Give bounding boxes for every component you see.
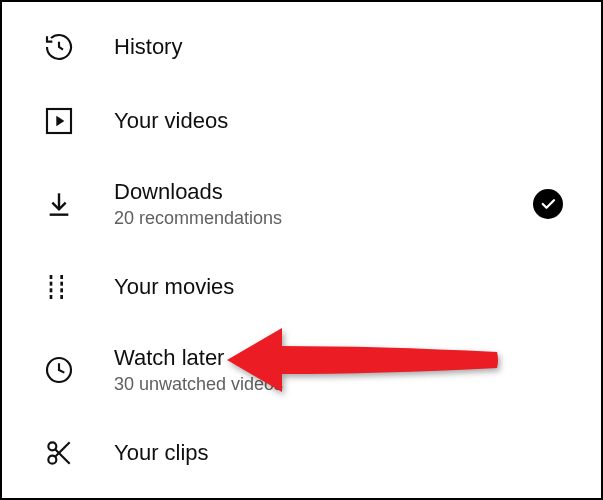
menu-sublabel: 30 unwatched videos — [114, 373, 283, 396]
check-badge-icon — [533, 189, 563, 219]
menu-item-history[interactable]: History — [2, 10, 601, 84]
download-icon — [42, 187, 76, 221]
menu-label: Your clips — [114, 439, 209, 468]
svg-point-10 — [48, 442, 56, 450]
menu-sublabel: 20 recommendations — [114, 207, 282, 230]
history-icon — [42, 30, 76, 64]
play-box-icon — [42, 104, 76, 138]
svg-rect-4 — [50, 295, 53, 299]
menu-item-downloads[interactable]: Downloads 20 recommendations — [2, 158, 601, 250]
svg-rect-1 — [50, 275, 53, 279]
svg-rect-2 — [50, 282, 53, 286]
svg-rect-3 — [50, 288, 53, 292]
clock-icon — [42, 353, 76, 387]
library-menu: History Your videos Downloads 20 recomme… — [2, 2, 601, 490]
menu-label: Downloads — [114, 178, 282, 207]
menu-label: Your movies — [114, 273, 234, 302]
menu-item-your-videos[interactable]: Your videos — [2, 84, 601, 158]
svg-rect-7 — [60, 288, 63, 292]
film-icon — [42, 270, 76, 304]
svg-point-11 — [48, 456, 56, 464]
menu-label: Your videos — [114, 107, 228, 136]
menu-item-your-movies[interactable]: Your movies — [2, 250, 601, 324]
svg-rect-8 — [60, 295, 63, 299]
menu-label: History — [114, 33, 182, 62]
svg-rect-6 — [60, 282, 63, 286]
svg-rect-5 — [60, 275, 63, 279]
scissors-icon — [42, 436, 76, 470]
menu-item-your-clips[interactable]: Your clips — [2, 416, 601, 490]
menu-item-watch-later[interactable]: Watch later 30 unwatched videos — [2, 324, 601, 416]
menu-label: Watch later — [114, 344, 283, 373]
